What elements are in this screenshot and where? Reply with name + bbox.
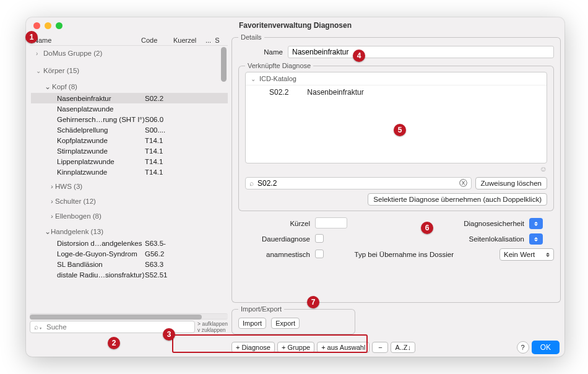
group-hws[interactable]: › HWS (3) — [31, 181, 228, 192]
details-fieldset: Details Name Verknüpfte Diagnose ⌄ ICD-K… — [231, 33, 561, 303]
ok-button[interactable]: OK — [532, 341, 560, 354]
tree-row[interactable]: StirnplatzwundeT14.1 — [31, 146, 228, 156]
export-button[interactable]: Export — [271, 318, 300, 329]
tree-row[interactable]: Gehirnersch…rung (SHT I°)S06.0 — [31, 114, 228, 124]
tree-row[interactable]: NasenbeinfrakturS02.2 — [31, 93, 228, 103]
tree-columns: Name Code Kuerzel ... S — [30, 33, 228, 46]
collapse-all[interactable]: v zuklappen — [197, 328, 228, 333]
window-title: Favoritenverwaltung Diagnosen — [26, 21, 564, 30]
tree: ›DoMus Gruppe (2) ⌄Körper (15) ⌄Kopf (8)… — [30, 46, 228, 313]
group-ellenbogen[interactable]: › Ellenbogen (8) — [31, 211, 228, 222]
name-row: Name — [238, 46, 554, 58]
typ-select[interactable]: Kein Wert — [499, 248, 554, 261]
linked-code: S02.2 — [269, 88, 288, 97]
take-row: Selektierte Diagnose übernehmen (auch Do… — [245, 193, 547, 206]
annotation-marker-1: 1 — [25, 31, 38, 43]
kuerzel-input[interactable] — [315, 217, 347, 228]
group-koerper[interactable]: ⌄Körper (15) — [31, 64, 228, 77]
sl-select[interactable] — [529, 233, 543, 245]
annotation-marker-4: 4 — [353, 50, 365, 62]
dialog-window: Favoritenverwaltung Diagnosen Name Code … — [26, 17, 564, 357]
tree-row[interactable]: KopfplatzwundeT14.1 — [31, 135, 228, 146]
impexp-fieldset: Import/Export Import Export — [231, 305, 355, 334]
group-handgelenk[interactable]: ⌄Handgelenk (13) — [31, 225, 228, 238]
tree-scroll[interactable]: ›DoMus Gruppe (2) ⌄Körper (15) ⌄Kopf (8)… — [30, 46, 228, 313]
tree-row[interactable]: Distorsion d…andgelenkesS63.5- — [31, 238, 228, 248]
anam-label: anamnestisch — [238, 251, 313, 258]
name-input[interactable] — [288, 46, 554, 58]
add-from-selection-button[interactable]: + aus Auswahl — [317, 342, 370, 353]
col-code[interactable]: Code — [141, 37, 173, 44]
annotation-marker-5: 5 — [394, 124, 406, 136]
tree-hscroll[interactable] — [30, 313, 228, 320]
col-s[interactable]: S — [215, 37, 219, 44]
annotation-marker-7: 7 — [307, 296, 319, 308]
dauer-label: Dauerdiagnose — [238, 235, 313, 243]
ds-label: Diagnosesicherheit — [459, 220, 527, 227]
dauer-checkbox[interactable] — [315, 234, 324, 243]
sl-label: Seitenlokalisation — [459, 235, 527, 243]
chevron-down-icon: ⌄ — [251, 76, 256, 82]
toolbar: + Diagnose + Gruppe + aus Auswahl − A..Z… — [231, 342, 415, 353]
linked-head[interactable]: ⌄ ICD-Katalog — [246, 72, 547, 85]
smile-icon: ☺ — [540, 165, 547, 173]
left-pane: Name Code Kuerzel ... S ›DoMus Gruppe (2… — [30, 33, 228, 334]
expand-collapse[interactable]: > aufklappen v zuklappen — [197, 321, 228, 333]
icd-search-row: ⌕ ⓧ Zuweisung löschen — [245, 177, 547, 189]
typ-value: Kein Wert — [504, 251, 535, 258]
name-label: Name — [238, 48, 283, 56]
linked-fieldset: Verknüpfte Diagnose ⌄ ICD-Katalog S02.2 … — [238, 62, 554, 211]
tree-row[interactable]: LippenplatzwundeT14.1 — [31, 156, 228, 167]
tree-row[interactable]: distale Radiu…sionsfraktur)S52.51 — [31, 269, 228, 280]
col-dots[interactable]: ... — [205, 37, 211, 44]
linked-row[interactable]: S02.2 Nasenbeinfraktur — [246, 85, 547, 99]
expand-all[interactable]: > aufklappen — [197, 321, 228, 327]
bottom-bar: + Diagnose + Gruppe + aus Auswahl − A..Z… — [26, 338, 564, 357]
tree-row[interactable]: SL BandläsionS63.3 — [31, 259, 228, 269]
details-legend: Details — [238, 33, 264, 41]
sort-button[interactable]: A..Z↓ — [391, 342, 415, 353]
annotation-marker-6: 6 — [421, 222, 433, 234]
options-grid: Kürzel Diagnosesicherheit Dauerdiagnose … — [238, 217, 554, 261]
icd-search-box[interactable]: ⌕ ⓧ — [245, 177, 472, 189]
typ-label: Typ bei Übernahme ins Dossier — [342, 251, 456, 258]
clear-assignment-button[interactable]: Zuweisung löschen — [475, 177, 547, 189]
content: Name Code Kuerzel ... S ›DoMus Gruppe (2… — [26, 33, 564, 338]
tree-row[interactable]: Loge-de-Guyon-SyndromG56.2 — [31, 248, 228, 259]
right-pane: Details Name Verknüpfte Diagnose ⌄ ICD-K… — [231, 33, 561, 334]
titlebar: Favoritenverwaltung Diagnosen — [26, 17, 564, 33]
icd-search-input[interactable] — [256, 178, 457, 188]
linked-legend: Verknüpfte Diagnose — [245, 62, 313, 69]
catalog-label: ICD-Katalog — [259, 75, 296, 82]
col-name[interactable]: Name — [30, 37, 141, 44]
remove-button[interactable]: − — [372, 342, 388, 353]
search-icon: ⌕▾ — [34, 323, 43, 331]
add-gruppe-button[interactable]: + Gruppe — [277, 342, 314, 353]
annotation-marker-3: 3 — [163, 328, 175, 341]
tree-scrollbar-thumb[interactable] — [221, 47, 227, 82]
group-domus[interactable]: ›DoMus Gruppe (2) — [31, 47, 228, 59]
anam-checkbox[interactable] — [315, 250, 324, 258]
linked-list[interactable]: ⌄ ICD-Katalog S02.2 Nasenbeinfraktur — [245, 72, 547, 163]
add-diagnose-button[interactable]: + Diagnose — [231, 342, 275, 353]
group-schulter[interactable]: › Schulter (12) — [31, 196, 228, 207]
tree-row[interactable]: SchädelprellungS00.... — [31, 124, 228, 135]
kuerzel-label: Kürzel — [238, 220, 313, 227]
annotation-marker-2: 2 — [108, 337, 120, 349]
tree-row[interactable]: KinnplatzwundeT14.1 — [31, 167, 228, 177]
search-icon: ⌕ — [249, 179, 254, 188]
linked-text: Nasenbeinfraktur — [307, 88, 363, 97]
col-kuerzel[interactable]: Kuerzel — [173, 37, 205, 44]
import-button[interactable]: Import — [238, 318, 266, 329]
help-button[interactable]: ? — [517, 341, 529, 354]
clear-icon[interactable]: ⓧ — [459, 178, 467, 189]
tree-row[interactable]: Nasenplatzwunde — [31, 103, 228, 114]
take-diagnosis-button[interactable]: Selektierte Diagnose übernehmen (auch Do… — [368, 193, 547, 206]
group-kopf[interactable]: ⌄Kopf (8) — [31, 80, 228, 93]
left-bottom: ⌕▾ > aufklappen v zuklappen — [30, 320, 228, 334]
impexp-legend: Import/Export — [238, 305, 284, 313]
ds-select[interactable] — [529, 218, 543, 229]
